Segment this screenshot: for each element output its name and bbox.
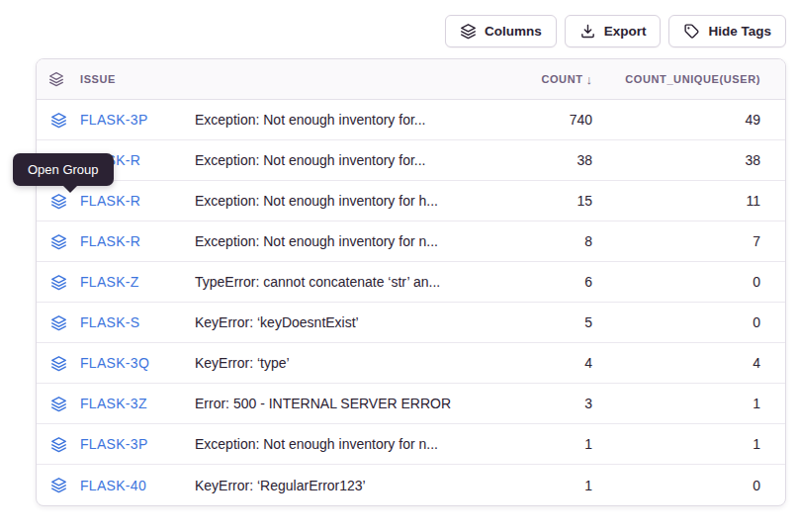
column-header-count-unique[interactable]: COUNT_UNIQUE(USER) [592, 73, 760, 85]
issue-title: Exception: Not enough inventory for... [195, 112, 503, 128]
count-value: 15 [503, 193, 592, 209]
issue-id-link[interactable]: FLASK-S [80, 314, 195, 330]
hide-tags-button-label: Hide Tags [708, 24, 771, 39]
columns-button-label: Columns [485, 24, 542, 39]
count-value: 6 [503, 274, 592, 290]
open-group-tooltip-label: Open Group [28, 162, 99, 177]
count-unique-value: 0 [592, 478, 760, 493]
table-row: FLASK-R Exception: Not enough inventory … [37, 181, 785, 222]
export-button-label: Export [604, 24, 647, 39]
table-row: FLASK-R Exception: Not enough inventory … [37, 140, 785, 181]
issue-title: TypeError: cannot concatenate ‘str’ an..… [195, 274, 503, 290]
issue-layers-icon[interactable] [37, 233, 80, 250]
count-unique-value: 1 [592, 436, 760, 452]
table-row: FLASK-3Z Error: 500 - INTERNAL SERVER ER… [37, 384, 785, 424]
count-value: 8 [503, 233, 592, 249]
columns-button[interactable]: Columns [445, 15, 557, 47]
issue-id-link[interactable]: FLASK-Z [80, 274, 195, 290]
count-value: 740 [503, 112, 592, 128]
count-unique-value: 0 [592, 314, 760, 330]
column-header-issue[interactable]: ISSUE [80, 73, 195, 85]
issue-layers-header-icon [37, 71, 80, 87]
issue-id-link[interactable]: FLASK-3P [80, 112, 195, 128]
count-unique-value: 4 [592, 355, 760, 371]
issue-title: KeyError: ‘RegularError123’ [195, 478, 503, 493]
page: Columns Export Hide Tags ISSUE COUNT ↓ [0, 0, 798, 532]
count-value: 4 [503, 355, 592, 371]
issue-layers-icon[interactable] [37, 436, 80, 453]
issue-layers-icon[interactable] [37, 355, 80, 372]
count-unique-value: 49 [592, 112, 760, 128]
issue-title: Error: 500 - INTERNAL SERVER ERROR [195, 396, 503, 411]
issue-title: KeyError: ‘keyDoesntExist’ [195, 314, 503, 330]
count-value: 38 [503, 152, 592, 168]
issue-title: Exception: Not enough inventory for n... [195, 233, 503, 249]
results-table: ISSUE COUNT ↓ COUNT_UNIQUE(USER) FLASK-3… [36, 58, 786, 506]
tag-icon [683, 23, 700, 40]
count-unique-value: 0 [592, 274, 760, 290]
count-value: 3 [503, 396, 592, 411]
issue-id-link[interactable]: FLASK-3P [80, 436, 195, 452]
issue-id-link[interactable]: FLASK-3Q [80, 355, 195, 371]
issue-id-link[interactable]: FLASK-R [80, 193, 195, 209]
issue-title: Exception: Not enough inventory for h... [195, 193, 503, 209]
table-body: FLASK-3P Exception: Not enough inventory… [37, 100, 785, 505]
issue-layers-icon[interactable] [37, 274, 80, 291]
layers-icon [460, 23, 477, 40]
count-value: 5 [503, 314, 592, 330]
column-header-count[interactable]: COUNT ↓ [503, 72, 592, 87]
table-row: FLASK-40 KeyError: ‘RegularError123’ 1 0 [37, 465, 785, 505]
count-unique-value: 7 [592, 233, 760, 249]
issue-title: Exception: Not enough inventory for n... [195, 436, 503, 452]
table-row: FLASK-R Exception: Not enough inventory … [37, 222, 785, 262]
table-row: FLASK-3Q KeyError: ‘type’ 4 4 [37, 343, 785, 384]
toolbar: Columns Export Hide Tags [445, 15, 786, 47]
issue-layers-icon[interactable] [37, 112, 80, 129]
count-value: 1 [503, 436, 592, 452]
issue-id-link[interactable]: FLASK-R [80, 233, 195, 249]
table-row: FLASK-3P Exception: Not enough inventory… [37, 424, 785, 465]
hide-tags-button[interactable]: Hide Tags [668, 15, 786, 47]
issue-layers-icon[interactable] [37, 477, 80, 493]
issue-id-link[interactable]: FLASK-40 [80, 478, 195, 493]
issue-layers-icon[interactable] [37, 193, 80, 210]
count-unique-value: 1 [592, 396, 760, 411]
issue-layers-icon[interactable] [37, 396, 80, 412]
table-row: FLASK-3P Exception: Not enough inventory… [37, 100, 785, 140]
table-row: FLASK-S KeyError: ‘keyDoesntExist’ 5 0 [37, 303, 785, 343]
issue-id-link[interactable]: FLASK-3Z [80, 396, 195, 411]
issue-title: Exception: Not enough inventory for... [195, 152, 503, 168]
open-group-tooltip: Open Group [13, 153, 114, 186]
issue-layers-icon[interactable] [37, 314, 80, 331]
count-unique-value: 38 [592, 152, 760, 168]
table-row: FLASK-Z TypeError: cannot concatenate ‘s… [37, 262, 785, 303]
table-header-row: ISSUE COUNT ↓ COUNT_UNIQUE(USER) [37, 59, 785, 100]
export-button[interactable]: Export [565, 15, 662, 47]
issue-title: KeyError: ‘type’ [195, 355, 503, 371]
download-icon [579, 23, 596, 40]
count-value: 1 [503, 478, 592, 493]
count-unique-value: 11 [592, 193, 760, 209]
